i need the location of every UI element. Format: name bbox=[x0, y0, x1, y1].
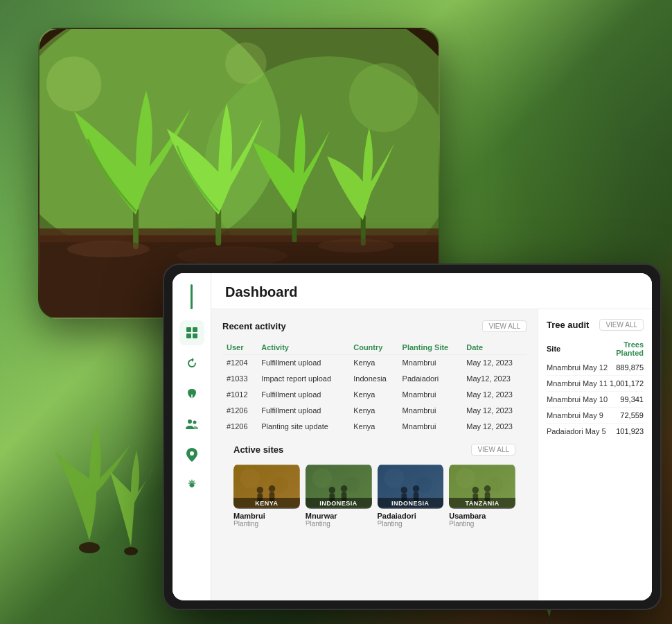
activity-date: May12, 2023 bbox=[462, 371, 527, 387]
audit-site: Padaiadori May 5 bbox=[547, 424, 609, 440]
activity-user: #1033 bbox=[222, 371, 257, 387]
audit-col-site: Site bbox=[547, 338, 609, 360]
activity-table-row: #1206 Planting site update Kenya Mnambru… bbox=[222, 419, 527, 435]
svg-point-28 bbox=[240, 468, 260, 488]
activity-table-row: #1206 Fulfillment upload Kenya Mnambrui … bbox=[222, 403, 527, 419]
audit-trees: 72,559 bbox=[609, 408, 644, 424]
svg-point-42 bbox=[384, 468, 404, 488]
svg-rect-18 bbox=[186, 327, 191, 332]
col-site: Planting Site bbox=[398, 340, 463, 355]
sidebar-icon-refresh[interactable] bbox=[179, 351, 204, 376]
activity-section: Recent activity VIEW ALL User Activity C… bbox=[211, 309, 538, 600]
svg-point-35 bbox=[312, 468, 332, 488]
activity-date: May 12, 2023 bbox=[462, 355, 527, 371]
activity-country: Kenya bbox=[349, 387, 398, 403]
sidebar-icon-people[interactable] bbox=[179, 412, 204, 437]
site-card[interactable]: INDONESIA Mnurwar Planting bbox=[306, 464, 372, 528]
svg-point-39 bbox=[340, 485, 347, 492]
svg-point-24 bbox=[193, 421, 196, 424]
activity-user: #1206 bbox=[222, 403, 257, 419]
site-name: Mambrui bbox=[233, 512, 300, 520]
svg-point-51 bbox=[472, 487, 479, 494]
audit-header: Tree audit VIEW ALL bbox=[547, 319, 644, 331]
activity-country: Kenya bbox=[349, 419, 398, 435]
activity-table-row: #1033 Impact report upload Indonesia Pad… bbox=[222, 371, 527, 387]
sidebar-icon-leaf[interactable] bbox=[179, 381, 204, 406]
activity-country: Kenya bbox=[349, 403, 398, 419]
site-type: Planting bbox=[449, 520, 515, 528]
sites-grid: KENYA Mambrui Planting bbox=[233, 464, 515, 528]
site-image: INDONESIA bbox=[306, 464, 372, 509]
tablet-screen: Dashboard Recent activity VIEW ALL bbox=[173, 273, 652, 600]
svg-rect-19 bbox=[193, 327, 197, 332]
col-date: Date bbox=[462, 340, 527, 355]
sidebar-icon-grid[interactable] bbox=[179, 320, 204, 345]
audit-trees: 101,923 bbox=[609, 424, 644, 440]
active-sites-header: Active sites VIEW ALL bbox=[233, 444, 515, 456]
svg-rect-20 bbox=[186, 333, 191, 338]
site-card[interactable]: TANZANIA Usambara Planting bbox=[449, 464, 515, 528]
activity-site: Mnambrui bbox=[398, 419, 463, 435]
activity-site: Mnambrui bbox=[398, 403, 463, 419]
audit-table-row: Mnambrui May 10 99,341 bbox=[547, 392, 644, 408]
activity-action: Impact report upload bbox=[257, 371, 349, 387]
activity-site: Mnambrui bbox=[398, 355, 463, 371]
audit-table-row: Mnambrui May 12 889,875 bbox=[547, 360, 644, 376]
activity-site: Mnambrui bbox=[398, 387, 463, 403]
activity-table-header: User Activity Country Planting Site Date bbox=[222, 340, 527, 355]
site-country-label: KENYA bbox=[233, 498, 300, 509]
svg-point-8 bbox=[225, 42, 267, 84]
recent-activity-header: Recent activity VIEW ALL bbox=[222, 320, 527, 332]
audit-table-row: Padaiadori May 5 101,923 bbox=[547, 424, 644, 440]
activity-action: Fulfillment upload bbox=[257, 403, 349, 419]
col-country: Country bbox=[349, 340, 398, 355]
svg-point-23 bbox=[188, 419, 192, 424]
tree-audit-section: Tree audit VIEW ALL Site TreesPlanted bbox=[538, 309, 652, 600]
site-image: KENYA bbox=[233, 464, 300, 509]
sidebar-icon-settings[interactable] bbox=[179, 473, 204, 498]
activity-country: Indonesia bbox=[349, 371, 398, 387]
site-type: Planting bbox=[233, 520, 300, 528]
page-title: Dashboard bbox=[225, 284, 638, 300]
svg-point-15 bbox=[67, 241, 150, 257]
site-name: Padaiadori bbox=[378, 512, 444, 520]
activity-table-row: #1012 Fulfillment upload Kenya Mnambrui … bbox=[222, 387, 527, 403]
activity-user: #1012 bbox=[222, 387, 257, 403]
audit-trees: 99,341 bbox=[609, 392, 644, 408]
activity-date: May 12, 2023 bbox=[462, 403, 527, 419]
recent-activity-view-all[interactable]: VIEW ALL bbox=[482, 320, 527, 332]
activity-table: User Activity Country Planting Site Date… bbox=[222, 340, 527, 434]
sidebar-icon-location[interactable] bbox=[179, 442, 204, 467]
site-image: TANZANIA bbox=[449, 464, 515, 509]
active-sites-view-all[interactable]: VIEW ALL bbox=[471, 444, 515, 456]
page-header: Dashboard bbox=[211, 273, 652, 309]
col-user: User bbox=[222, 340, 257, 355]
audit-table: Site TreesPlanted Mnambrui May 12 889,87… bbox=[547, 338, 644, 439]
activity-country: Kenya bbox=[349, 355, 398, 371]
tablet-dashboard: Dashboard Recent activity VIEW ALL bbox=[163, 263, 662, 610]
svg-point-32 bbox=[269, 485, 276, 492]
audit-col-trees: TreesPlanted bbox=[609, 338, 644, 360]
svg-point-46 bbox=[412, 485, 419, 492]
svg-point-30 bbox=[257, 487, 264, 494]
svg-point-7 bbox=[349, 63, 418, 132]
svg-rect-21 bbox=[193, 333, 197, 338]
site-country-label: INDONESIA bbox=[306, 498, 372, 509]
sidebar bbox=[173, 273, 211, 600]
audit-trees: 889,875 bbox=[609, 360, 644, 376]
svg-point-49 bbox=[456, 468, 476, 488]
content-area: Recent activity VIEW ALL User Activity C… bbox=[211, 309, 652, 600]
audit-view-all[interactable]: VIEW ALL bbox=[599, 319, 644, 331]
site-image: INDONESIA bbox=[378, 464, 444, 509]
site-card[interactable]: INDONESIA Padaiadori Planting bbox=[378, 464, 444, 528]
site-name: Usambara bbox=[449, 512, 515, 520]
site-card[interactable]: KENYA Mambrui Planting bbox=[233, 464, 300, 528]
activity-user: #1204 bbox=[222, 355, 257, 371]
activity-action: Fulfillment upload bbox=[257, 387, 349, 403]
audit-trees: 1,001,172 bbox=[609, 376, 644, 392]
activity-user: #1206 bbox=[222, 419, 257, 435]
svg-point-17 bbox=[318, 239, 394, 252]
sidebar-divider bbox=[191, 284, 193, 309]
recent-activity-title: Recent activity bbox=[222, 321, 286, 331]
site-type: Planting bbox=[306, 520, 372, 528]
